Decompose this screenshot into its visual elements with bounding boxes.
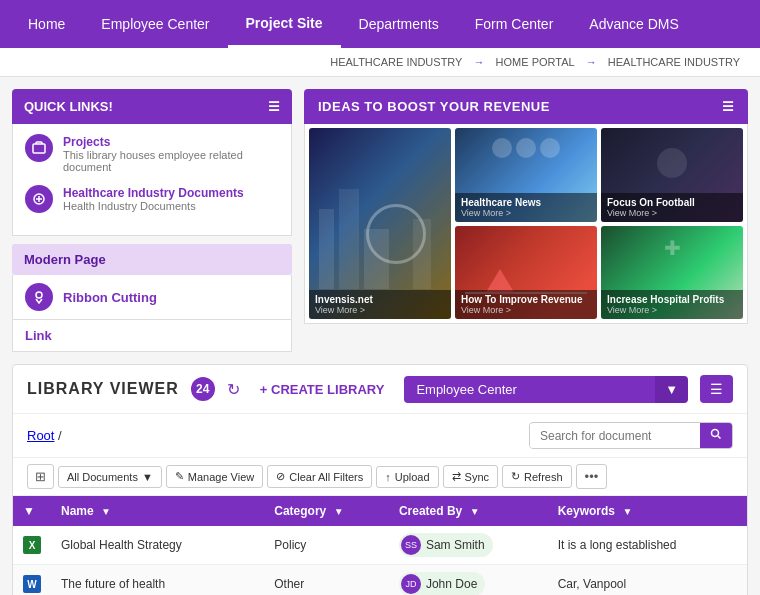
clear-filters-button[interactable]: ⊘ Clear All Filters <box>267 465 372 488</box>
idea-label-football: Focus On Football View More > <box>601 193 743 222</box>
quick-links-label: QUICK LINKS! <box>24 99 113 114</box>
search-input[interactable] <box>530 424 700 448</box>
nav-project-site[interactable]: Project Site <box>228 0 341 48</box>
library-select: Employee Center ▼ <box>404 376 688 403</box>
refresh-icon: ↻ <box>511 470 520 483</box>
svg-rect-0 <box>33 144 45 153</box>
ribbon-cutting-label[interactable]: Ribbon Cutting <box>63 290 157 305</box>
projects-link[interactable]: Projects <box>63 135 110 149</box>
projects-desc: This library houses employee related doc… <box>63 149 279 173</box>
healthcare-text: Healthcare Industry Documents Health Ind… <box>63 185 244 212</box>
quick-links-header: QUICK LINKS! ☰ <box>12 89 292 124</box>
nav-employee-center[interactable]: Employee Center <box>83 0 227 48</box>
library-dropdown[interactable]: Employee Center <box>404 376 655 403</box>
sync-label: Sync <box>465 471 489 483</box>
user-avatar: JD <box>401 574 421 594</box>
row-created-by: SS Sam Smith <box>389 526 548 565</box>
idea-card-revenue[interactable]: How To Improve Revenue View More > <box>455 226 597 320</box>
name-filter-icon: ▼ <box>101 506 111 517</box>
idea-card-city[interactable]: Invensis.net View More > <box>309 128 451 319</box>
keywords-filter-icon: ▼ <box>622 506 632 517</box>
user-badge: JD John Doe <box>399 572 485 595</box>
all-documents-button[interactable]: All Documents ▼ <box>58 466 162 488</box>
row-icon-cell: X <box>13 526 51 565</box>
user-name: Sam Smith <box>426 538 485 552</box>
row-keywords: It is a long established <box>548 526 747 565</box>
library-dropdown-arrow[interactable]: ▼ <box>655 376 688 403</box>
filter-icon: ⊘ <box>276 470 285 483</box>
library-viewer: LIBRARY VIEWER 24 ↻ + CREATE LIBRARY Emp… <box>12 364 748 595</box>
nav-advance-dms[interactable]: Advance DMS <box>571 0 696 48</box>
col-filter: ▼ <box>13 496 51 526</box>
ideas-menu-icon[interactable]: ☰ <box>722 99 735 114</box>
refresh-circle-icon[interactable]: ↻ <box>227 380 240 399</box>
modern-page-section[interactable]: Modern Page <box>12 244 292 275</box>
library-viewer-title: LIBRARY VIEWER <box>27 380 179 398</box>
row-created-by: JD John Doe <box>389 565 548 596</box>
idea-card-football[interactable]: Focus On Football View More > <box>601 128 743 222</box>
breadcrumb-item-1: HEALTHCARE INDUSTRY <box>330 56 462 68</box>
quick-link-healthcare: Healthcare Industry Documents Health Ind… <box>25 185 279 213</box>
user-badge: SS Sam Smith <box>399 533 493 557</box>
refresh-button[interactable]: ↻ Refresh <box>502 465 572 488</box>
user-name: John Doe <box>426 577 477 591</box>
document-search-box <box>529 422 733 449</box>
sync-button[interactable]: ⇄ Sync <box>443 465 498 488</box>
path-separator: / <box>58 428 62 443</box>
filter-arrow-icon: ▼ <box>23 504 35 518</box>
user-avatar: SS <box>401 535 421 555</box>
idea-card-healthcare[interactable]: Healthcare News View More > <box>455 128 597 222</box>
file-type-icon: X <box>23 536 41 554</box>
svg-point-2 <box>36 292 42 298</box>
breadcrumb-item-2: HOME PORTAL <box>496 56 575 68</box>
more-options-button[interactable]: ••• <box>576 464 608 489</box>
link-section[interactable]: Link <box>12 320 292 352</box>
breadcrumb-arrow: → <box>474 56 485 68</box>
path-root-link[interactable]: Root <box>27 428 54 443</box>
idea-card-hospital[interactable]: ✚ Increase Hospital Profits View More > <box>601 226 743 320</box>
nav-home[interactable]: Home <box>10 0 83 48</box>
search-button[interactable] <box>700 423 732 448</box>
current-path: Root / <box>27 428 62 443</box>
idea-label-city: Invensis.net View More > <box>309 290 451 319</box>
nav-departments[interactable]: Departments <box>341 0 457 48</box>
breadcrumb-item-3: HEALTHCARE INDUSTRY <box>608 56 740 68</box>
ideas-header: IDEAS TO BOOST YOUR REVENUE ☰ <box>304 89 748 124</box>
sidebar: QUICK LINKS! ☰ Projects This library hou… <box>12 89 292 352</box>
toolbar: ⊞ All Documents ▼ ✎ Manage View ⊘ Clear … <box>13 457 747 496</box>
healthcare-docs-link[interactable]: Healthcare Industry Documents <box>63 186 244 200</box>
quick-link-projects: Projects This library houses employee re… <box>25 134 279 173</box>
ideas-grid: Invensis.net View More > Healthcare News… <box>304 124 748 324</box>
refresh-label: Refresh <box>524 471 563 483</box>
manage-view-button[interactable]: ✎ Manage View <box>166 465 263 488</box>
row-category: Policy <box>264 526 389 565</box>
row-name[interactable]: The future of health <box>51 565 264 596</box>
upload-button[interactable]: ↑ Upload <box>376 466 438 488</box>
clear-filters-label: Clear All Filters <box>289 471 363 483</box>
ribbon-icon <box>25 283 53 311</box>
svg-point-3 <box>712 430 719 437</box>
library-viewer-header: LIBRARY VIEWER 24 ↻ + CREATE LIBRARY Emp… <box>13 365 747 414</box>
all-docs-arrow-icon: ▼ <box>142 471 153 483</box>
row-name[interactable]: Global Health Strategy <box>51 526 264 565</box>
ribbon-cutting-section: Ribbon Cutting <box>12 275 292 320</box>
idea-label-revenue: How To Improve Revenue View More > <box>455 290 597 319</box>
pencil-icon: ✎ <box>175 470 184 483</box>
idea-label-healthcare: Healthcare News View More > <box>455 193 597 222</box>
path-search-bar: Root / <box>13 414 747 457</box>
row-keywords: Car, Vanpool <box>548 565 747 596</box>
healthcare-docs-icon <box>25 185 53 213</box>
nav-form-center[interactable]: Form Center <box>457 0 572 48</box>
library-menu-button[interactable]: ☰ <box>700 375 733 403</box>
file-type-icon: W <box>23 575 41 593</box>
all-docs-label: All Documents <box>67 471 138 483</box>
upload-label: Upload <box>395 471 430 483</box>
col-name: Name ▼ <box>51 496 264 526</box>
row-category: Other <box>264 565 389 596</box>
create-library-button[interactable]: + CREATE LIBRARY <box>260 382 385 397</box>
quick-links-menu-icon[interactable]: ☰ <box>268 99 280 114</box>
created-by-filter-icon: ▼ <box>470 506 480 517</box>
projects-icon <box>25 134 53 162</box>
upload-icon: ↑ <box>385 471 391 483</box>
grid-view-button[interactable]: ⊞ <box>27 464 54 489</box>
